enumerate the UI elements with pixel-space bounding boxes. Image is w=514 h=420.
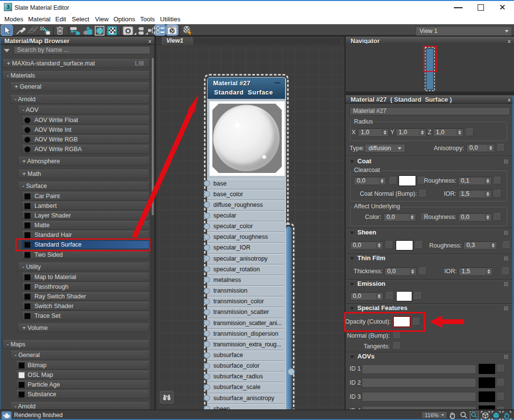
svg-text:O: O [125, 27, 131, 35]
